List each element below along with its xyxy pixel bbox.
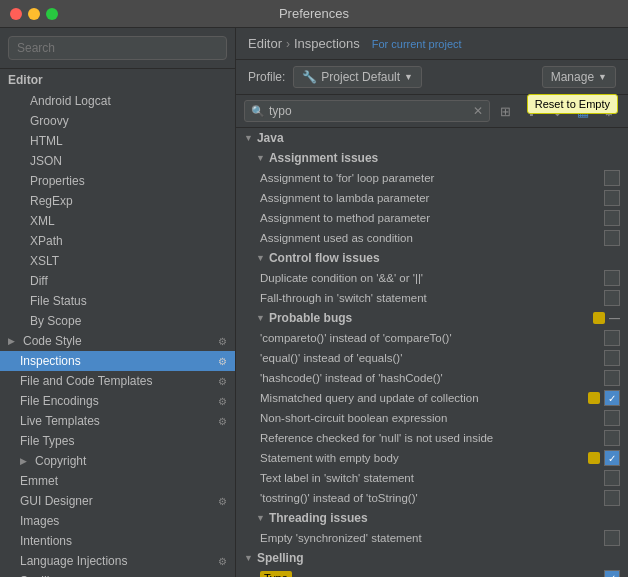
checkbox[interactable]: [604, 470, 620, 486]
severity-indicator: [593, 312, 605, 324]
profile-icon: 🔧: [302, 70, 317, 84]
sidebar-item-copyright[interactable]: ▶ Copyright: [0, 451, 235, 471]
manage-label: Manage: [551, 70, 594, 84]
inspection-label: Fall-through in 'switch' statement: [260, 292, 600, 304]
search-icon: 🔍: [251, 105, 265, 118]
profile-dropdown[interactable]: 🔧 Project Default ▼: [293, 66, 422, 88]
checkbox[interactable]: [604, 350, 620, 366]
window-title: Preferences: [279, 6, 349, 21]
inspection-row[interactable]: Non-short-circuit boolean expression: [236, 408, 628, 428]
severity-indicator: [588, 452, 600, 464]
sidebar-item-regexp[interactable]: RegExp: [0, 191, 235, 211]
sidebar-list: Editor Android Logcat Groovy HTML JSON P…: [0, 69, 235, 577]
checkbox[interactable]: ✓: [604, 450, 620, 466]
sidebar-item-intentions[interactable]: Intentions: [0, 531, 235, 551]
sidebar-item-images[interactable]: Images: [0, 511, 235, 531]
sidebar-search-input[interactable]: [8, 36, 227, 60]
inspection-row[interactable]: Fall-through in 'switch' statement: [236, 288, 628, 308]
checkbox[interactable]: [604, 490, 620, 506]
checkbox[interactable]: [604, 290, 620, 306]
inspection-label: 'equal()' instead of 'equals()': [260, 352, 600, 364]
section-spelling[interactable]: ▼ Spelling: [236, 548, 628, 568]
reset-tooltip: Reset to Empty: [527, 94, 618, 114]
sidebar-item-emmet[interactable]: Emmet: [0, 471, 235, 491]
section-label: Threading issues: [269, 511, 368, 525]
checkbox[interactable]: [604, 210, 620, 226]
inspection-row[interactable]: 'equal()' instead of 'equals()': [236, 348, 628, 368]
inspection-row[interactable]: Duplicate condition on '&&' or '||': [236, 268, 628, 288]
clear-search-button[interactable]: ✕: [473, 104, 483, 118]
checkbox[interactable]: [604, 530, 620, 546]
search-input[interactable]: [269, 104, 469, 118]
arrow-icon: ▶: [8, 336, 15, 346]
sidebar-item-file-types[interactable]: File Types: [0, 431, 235, 451]
checkbox[interactable]: [604, 330, 620, 346]
inspection-row[interactable]: Assignment to method parameter: [236, 208, 628, 228]
inspection-row[interactable]: Assignment used as condition: [236, 228, 628, 248]
checkbox[interactable]: ✓: [604, 570, 620, 577]
inspection-label: Assignment to lambda parameter: [260, 192, 600, 204]
checkbox[interactable]: [604, 410, 620, 426]
checkbox[interactable]: [604, 430, 620, 446]
section-label: Java: [257, 131, 284, 145]
sidebar-item-xpath[interactable]: XPath: [0, 231, 235, 251]
inspection-row[interactable]: 'hashcode()' instead of 'hashCode()': [236, 368, 628, 388]
section-threading-issues[interactable]: ▼ Threading issues: [236, 508, 628, 528]
maximize-button[interactable]: [46, 8, 58, 20]
arrow-icon: ▶: [20, 456, 27, 466]
sidebar-editor-header[interactable]: Editor: [0, 69, 235, 91]
inspection-label: 'compareto()' instead of 'compareTo()': [260, 332, 600, 344]
sidebar-item-xslt[interactable]: XSLT: [0, 251, 235, 271]
sidebar-item-file-code-templates[interactable]: File and Code Templates ⚙: [0, 371, 235, 391]
settings-icon: ⚙: [218, 416, 227, 427]
inspection-row[interactable]: 'compareto()' instead of 'compareTo()': [236, 328, 628, 348]
sidebar-item-spelling[interactable]: Spelling: [0, 571, 235, 577]
close-button[interactable]: [10, 8, 22, 20]
checkbox[interactable]: ✓: [604, 390, 620, 406]
inspection-row[interactable]: 'tostring()' instead of 'toString()': [236, 488, 628, 508]
minus-icon: —: [609, 312, 620, 324]
inspection-row[interactable]: Statement with empty body ✓: [236, 448, 628, 468]
sidebar-item-android-logcat[interactable]: Android Logcat: [0, 91, 235, 111]
sidebar-item-language-injections[interactable]: Language Injections ⚙: [0, 551, 235, 571]
section-control-flow[interactable]: ▼ Control flow issues: [236, 248, 628, 268]
section-assignment-issues[interactable]: ▼ Assignment issues: [236, 148, 628, 168]
inspection-row[interactable]: Assignment to 'for' loop parameter: [236, 168, 628, 188]
sidebar-item-xml[interactable]: XML: [0, 211, 235, 231]
manage-button[interactable]: Manage ▼: [542, 66, 616, 88]
sidebar-item-inspections[interactable]: Inspections ⚙: [0, 351, 235, 371]
inspection-row-typo[interactable]: Typo ✓: [236, 568, 628, 577]
minimize-button[interactable]: [28, 8, 40, 20]
inspection-list: ▼ Java ▼ Assignment issues Assignment to…: [236, 128, 628, 577]
inspection-label: Non-short-circuit boolean expression: [260, 412, 600, 424]
checkbox[interactable]: [604, 370, 620, 386]
breadcrumb-sep: ›: [286, 37, 290, 51]
inspection-row[interactable]: Text label in 'switch' statement: [236, 468, 628, 488]
section-probable-bugs[interactable]: ▼ Probable bugs —: [236, 308, 628, 328]
sidebar-item-file-encodings[interactable]: File Encodings ⚙: [0, 391, 235, 411]
filter-button[interactable]: ⊞: [494, 100, 516, 122]
inspection-label: Assignment to method parameter: [260, 212, 600, 224]
sidebar-item-diff[interactable]: Diff: [0, 271, 235, 291]
checkbox[interactable]: [604, 190, 620, 206]
checkbox[interactable]: [604, 170, 620, 186]
sidebar-item-code-style[interactable]: ▶ Code Style ⚙: [0, 331, 235, 351]
sidebar-item-groovy[interactable]: Groovy: [0, 111, 235, 131]
sidebar-item-properties[interactable]: Properties: [0, 171, 235, 191]
inspection-label: 'hashcode()' instead of 'hashCode()': [260, 372, 600, 384]
inspection-row[interactable]: Empty 'synchronized' statement: [236, 528, 628, 548]
collapse-icon: ▼: [256, 513, 265, 523]
checkbox[interactable]: [604, 230, 620, 246]
checkbox[interactable]: [604, 270, 620, 286]
sidebar-item-file-status[interactable]: File Status: [0, 291, 235, 311]
sidebar-item-json[interactable]: JSON: [0, 151, 235, 171]
sidebar-item-by-scope[interactable]: By Scope: [0, 311, 235, 331]
inspection-row[interactable]: Mismatched query and update of collectio…: [236, 388, 628, 408]
section-java[interactable]: ▼ Java: [236, 128, 628, 148]
profile-name: Project Default: [321, 70, 400, 84]
sidebar-item-live-templates[interactable]: Live Templates ⚙: [0, 411, 235, 431]
sidebar-item-gui-designer[interactable]: GUI Designer ⚙: [0, 491, 235, 511]
sidebar-item-html[interactable]: HTML: [0, 131, 235, 151]
inspection-row[interactable]: Reference checked for 'null' is not used…: [236, 428, 628, 448]
inspection-row[interactable]: Assignment to lambda parameter: [236, 188, 628, 208]
